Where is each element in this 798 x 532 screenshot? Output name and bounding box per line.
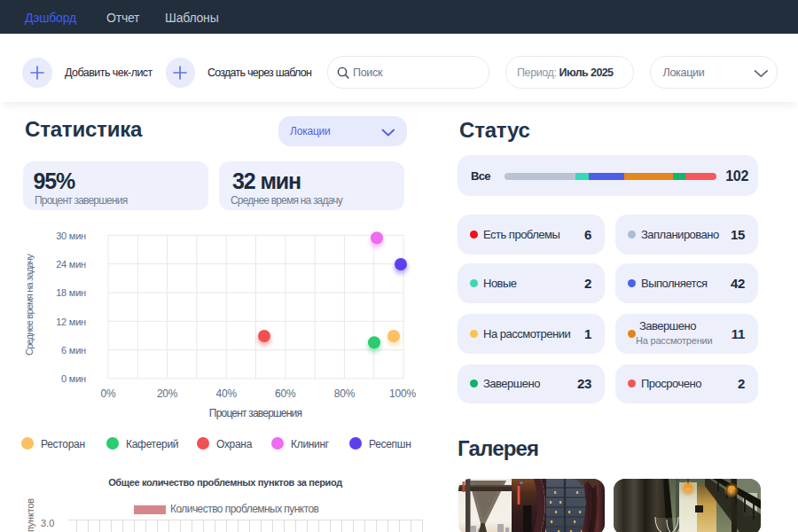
svg-text:100%: 100% xyxy=(389,387,416,400)
svg-text:20%: 20% xyxy=(157,387,178,400)
svg-text:0%: 0% xyxy=(101,387,116,400)
svg-text:24 мин: 24 мин xyxy=(56,259,86,270)
svg-text:80%: 80% xyxy=(334,387,356,400)
svg-text:30 мин: 30 мин xyxy=(56,231,86,241)
svg-text:40%: 40% xyxy=(215,387,237,400)
svg-text:12 мин: 12 мин xyxy=(56,317,86,327)
svg-text:Среднее время на задачу: Среднее время на задачу xyxy=(24,254,35,356)
svg-text:18 мин: 18 мин xyxy=(56,287,86,298)
svg-text:60%: 60% xyxy=(275,387,296,400)
svg-text:6 мин: 6 мин xyxy=(61,345,86,356)
svg-text:0 мин: 0 мин xyxy=(61,373,86,384)
svg-text:Процент завершения: Процент завершения xyxy=(209,407,302,419)
